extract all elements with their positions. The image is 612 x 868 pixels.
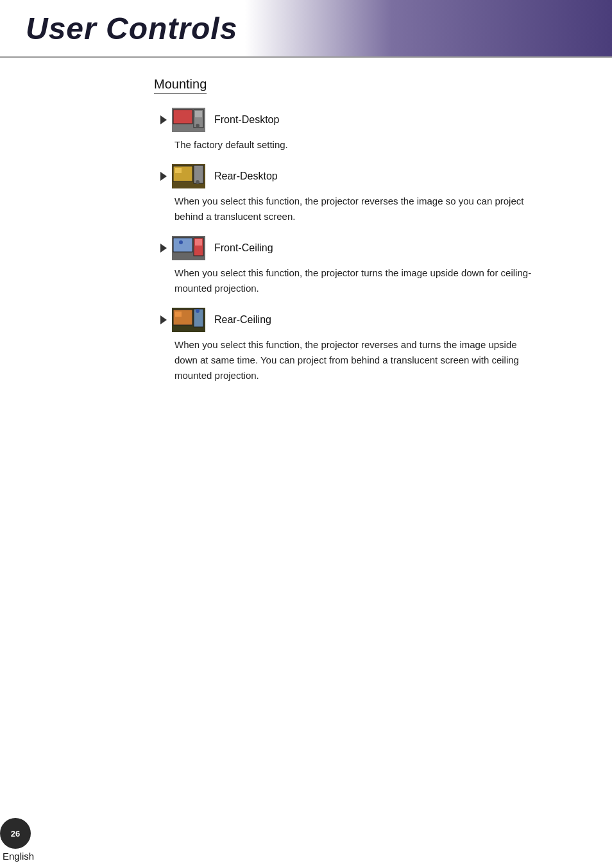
page-title: User Controls [26,11,237,46]
front-ceiling-label: Front-Ceiling [214,242,273,254]
svg-rect-11 [173,238,192,252]
mount-item-front-ceiling: Front-Ceiling [160,236,574,260]
rear-ceiling-description: When you select this function, the proje… [174,337,534,383]
front-ceiling-description: When you select this function, the proje… [174,265,534,296]
mount-item-front-desktop: Front-Desktop [160,108,574,132]
svg-point-19 [196,309,200,313]
page-header: User Controls [0,0,612,58]
svg-point-9 [196,180,200,184]
rear-desktop-description: When you select this function, the proje… [174,194,534,224]
rear-desktop-icon [172,164,205,188]
arrow-icon-1 [160,115,167,124]
svg-rect-13 [195,239,202,246]
rear-ceiling-label: Rear-Ceiling [214,314,271,326]
arrow-icon-3 [160,244,167,253]
page-language: English [3,851,34,862]
rear-ceiling-icon [172,308,205,332]
arrow-icon-4 [160,315,167,324]
svg-point-14 [179,240,183,244]
main-content: Mounting Front-Desktop The factory defau… [154,77,574,446]
section-heading: Mounting [154,77,207,94]
svg-rect-18 [175,312,182,317]
front-desktop-icon [172,108,205,132]
svg-point-4 [196,124,200,128]
rear-desktop-label: Rear-Desktop [214,171,278,182]
svg-rect-3 [195,111,202,117]
footer: 26 English [0,823,77,868]
front-desktop-description: The factory default setting. [174,137,534,153]
svg-rect-1 [173,110,192,124]
header-gradient [245,0,612,56]
arrow-icon-2 [160,172,167,181]
front-ceiling-icon [172,236,205,260]
page-number-badge: 26 [0,818,31,849]
front-desktop-label: Front-Desktop [214,114,279,126]
mount-item-rear-ceiling: Rear-Ceiling [160,308,574,332]
page-number: 26 [11,829,20,839]
svg-rect-8 [175,168,182,173]
mount-item-rear-desktop: Rear-Desktop [160,164,574,188]
